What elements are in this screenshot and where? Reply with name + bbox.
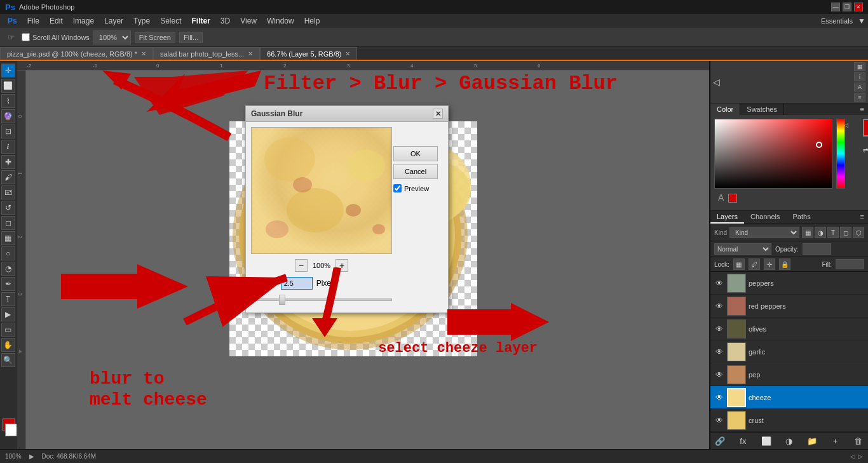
canvas-viewport[interactable]: Gaussian Blur ✕ xyxy=(26,70,709,449)
layer-icon[interactable]: ≡ xyxy=(854,93,865,102)
shape-filter-btn[interactable]: ◻ xyxy=(840,227,851,238)
paths-tab[interactable]: Paths xyxy=(787,211,817,224)
type-filter-btn[interactable]: T xyxy=(827,227,839,238)
menu-window[interactable]: Window xyxy=(262,15,299,27)
scroll-all-checkbox[interactable] xyxy=(22,33,30,41)
lock-image-btn[interactable]: 🖊 xyxy=(749,258,760,270)
layer-peppers[interactable]: 👁 peppers xyxy=(710,272,868,295)
cancel-button[interactable]: Cancel xyxy=(393,164,438,179)
quick-select-tool[interactable]: 🔮 xyxy=(1,109,15,123)
background-color[interactable] xyxy=(5,424,18,436)
radius-slider[interactable] xyxy=(251,295,392,305)
add-mask-btn[interactable]: ⬜ xyxy=(761,435,772,446)
link-layers-btn[interactable]: 🔗 xyxy=(714,435,726,446)
layer-pep-visibility[interactable]: 👁 xyxy=(714,370,724,380)
layers-list[interactable]: 👁 peppers 👁 red peppers 👁 olives xyxy=(710,272,868,432)
tab-layer5[interactable]: 66.7% (Layer 5, RGB/8) ✕ xyxy=(260,47,357,60)
menu-select[interactable]: Select xyxy=(155,15,186,27)
pen-tool[interactable]: ✒ xyxy=(1,277,15,291)
transparency-icon[interactable]: A xyxy=(718,192,724,203)
layer-crust[interactable]: 👁 crust xyxy=(710,409,868,432)
color-picker[interactable]: ◁ ⇄ ⬛ A xyxy=(714,119,864,201)
fit-screen-button[interactable]: Fit Screen xyxy=(135,32,175,43)
layer-olives[interactable]: 👁 olives xyxy=(710,318,868,340)
new-adjustment-btn[interactable]: ◑ xyxy=(783,435,795,446)
add-effect-btn[interactable]: fx xyxy=(737,435,749,446)
shape-tool[interactable]: ▭ xyxy=(1,323,15,337)
tab-salad-bar[interactable]: salad bar photo_top_less... ✕ xyxy=(153,47,260,60)
pixel-filter-btn[interactable]: ▦ xyxy=(802,227,813,238)
radius-input[interactable] xyxy=(281,277,313,290)
zoom-out-button[interactable]: − xyxy=(295,259,308,272)
menu-3d[interactable]: 3D xyxy=(215,15,235,27)
preview-checkbox-label[interactable]: Preview xyxy=(393,184,438,192)
tab-pizza-pie[interactable]: pizza_pie.psd @ 100% (cheeze, RGB/8) * ✕ xyxy=(0,47,153,60)
smart-filter-btn[interactable]: ⬡ xyxy=(853,227,864,238)
new-layer-btn[interactable]: + xyxy=(830,435,841,446)
color-gradient-box[interactable] xyxy=(714,119,832,189)
layer-garlic[interactable]: 👁 garlic xyxy=(710,340,868,363)
dialog-close-button[interactable]: ✕ xyxy=(433,109,443,119)
info-icon[interactable]: i xyxy=(854,72,865,81)
fill-button[interactable]: Fill... xyxy=(179,32,203,43)
zoom-select[interactable]: 100% 50% 200% xyxy=(93,30,131,44)
adj-filter-btn[interactable]: ◑ xyxy=(815,227,826,238)
marquee-tool[interactable]: ⬜ xyxy=(1,79,15,93)
char-icon[interactable]: A xyxy=(854,83,865,91)
menu-filter[interactable]: Filter xyxy=(186,15,215,27)
panel-collapse-icon[interactable]: ◁ xyxy=(713,77,720,87)
clone-tool[interactable]: 🖃 xyxy=(1,185,15,199)
path-select-tool[interactable]: ▶ xyxy=(1,307,15,321)
fill-input[interactable]: 100% xyxy=(836,259,864,269)
layers-panel-menu[interactable]: ≡ xyxy=(857,211,868,224)
brush-tool[interactable]: 🖌 xyxy=(1,170,15,184)
restore-button[interactable]: ❒ xyxy=(843,3,851,11)
menu-image[interactable]: Image xyxy=(68,15,99,27)
layer-red-peppers[interactable]: 👁 red peppers xyxy=(710,295,868,318)
gradient-tool[interactable]: ▦ xyxy=(1,231,15,245)
hue-strip[interactable] xyxy=(836,119,845,189)
tab-salad-close[interactable]: ✕ xyxy=(248,50,253,57)
histogram-icon[interactable]: ▦ xyxy=(854,62,865,71)
opacity-input[interactable]: 100% xyxy=(803,243,831,255)
layer-cheeze[interactable]: 👁 cheeze xyxy=(710,386,868,409)
dialog-preview[interactable] xyxy=(251,127,392,254)
close-button[interactable]: ✕ xyxy=(854,3,863,11)
minimize-button[interactable]: — xyxy=(831,3,840,11)
lasso-tool[interactable]: ⌇ xyxy=(1,94,15,108)
eyedropper-tool[interactable]: 𝒊 xyxy=(1,140,15,154)
swatches-tab[interactable]: Swatches xyxy=(740,104,784,115)
delete-layer-btn[interactable]: 🗑 xyxy=(853,435,864,446)
layer-olives-visibility[interactable]: 👁 xyxy=(714,324,724,334)
ok-button[interactable]: OK xyxy=(393,146,438,161)
layer-kind-select[interactable]: Kind xyxy=(729,227,799,238)
layer-crust-visibility[interactable]: 👁 xyxy=(714,415,724,426)
preview-checkbox[interactable] xyxy=(393,184,402,192)
lock-all-btn[interactable]: 🔒 xyxy=(779,258,790,270)
zoom-tool[interactable]: 🔍 xyxy=(1,353,15,367)
menu-ps[interactable]: Ps xyxy=(3,15,22,27)
scroll-left-btn[interactable]: ◁ xyxy=(850,453,855,460)
blur-tool[interactable]: ○ xyxy=(1,246,15,260)
type-tool[interactable]: T xyxy=(1,292,15,306)
swap-icon[interactable]: ⇄ xyxy=(863,147,868,154)
tab-layer5-close[interactable]: ✕ xyxy=(345,50,350,57)
layer-red-peppers-visibility[interactable]: 👁 xyxy=(714,301,724,311)
new-group-btn[interactable]: 📁 xyxy=(806,435,818,446)
layers-tab[interactable]: Layers xyxy=(710,211,744,224)
lock-move-btn[interactable]: ✛ xyxy=(764,258,775,270)
layer-garlic-visibility[interactable]: 👁 xyxy=(714,347,724,357)
crop-tool[interactable]: ⊡ xyxy=(1,124,15,138)
menu-edit[interactable]: Edit xyxy=(44,15,68,27)
layer-peppers-visibility[interactable]: 👁 xyxy=(714,278,724,288)
healing-tool[interactable]: ✚ xyxy=(1,155,15,169)
layer-pep[interactable]: 👁 pep xyxy=(710,363,868,386)
menu-help[interactable]: Help xyxy=(299,15,325,27)
tab-pizza-close[interactable]: ✕ xyxy=(141,50,146,57)
dodge-tool[interactable]: ◔ xyxy=(1,262,15,276)
menu-type[interactable]: Type xyxy=(128,15,155,27)
layer-cheeze-visibility[interactable]: 👁 xyxy=(714,393,724,403)
blend-mode-select[interactable]: Normal xyxy=(714,243,771,255)
slider-thumb[interactable] xyxy=(279,295,285,305)
foreground-swatch[interactable] xyxy=(863,119,868,137)
